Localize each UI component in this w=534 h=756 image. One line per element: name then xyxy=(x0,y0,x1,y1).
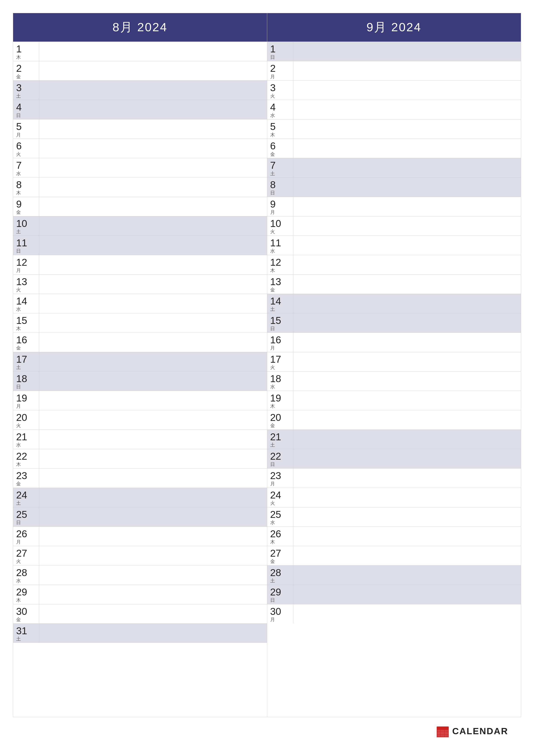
day-number-col: 30金 xyxy=(13,604,39,623)
day-content xyxy=(293,430,521,449)
day-row: 15木 xyxy=(13,313,267,333)
day-number-col: 25日 xyxy=(13,507,39,526)
day-number: 25 xyxy=(270,509,281,520)
day-number-col: 4水 xyxy=(267,100,293,119)
day-number-col: 1日 xyxy=(267,42,293,61)
day-row: 3土 xyxy=(13,81,267,100)
day-content xyxy=(39,236,267,255)
month-name-1: 9月 xyxy=(367,20,387,34)
day-number-col: 3土 xyxy=(13,81,39,100)
day-number: 14 xyxy=(270,296,281,307)
day-label: 金 xyxy=(16,74,21,80)
day-number: 7 xyxy=(16,160,22,171)
day-number: 13 xyxy=(16,276,27,287)
day-number: 6 xyxy=(270,141,276,151)
day-content xyxy=(293,120,521,139)
day-content xyxy=(293,158,521,177)
day-label: 木 xyxy=(16,55,21,60)
day-number-col: 2月 xyxy=(267,61,293,80)
day-content xyxy=(39,449,267,468)
day-content xyxy=(293,565,521,585)
day-row: 16金 xyxy=(13,333,267,352)
day-number: 4 xyxy=(16,102,22,113)
day-label: 日 xyxy=(270,597,275,603)
day-number-col: 5月 xyxy=(13,120,39,139)
day-row: 9金 xyxy=(13,197,267,216)
day-number-col: 16金 xyxy=(13,333,39,352)
day-row: 8木 xyxy=(13,177,267,197)
day-number-col: 24火 xyxy=(267,488,293,507)
day-row: 19月 xyxy=(13,391,267,410)
day-number: 12 xyxy=(16,257,27,268)
day-number-col: 10土 xyxy=(13,216,39,235)
day-number-col: 20火 xyxy=(13,410,39,429)
day-number-col: 14土 xyxy=(267,294,293,313)
day-label: 土 xyxy=(16,364,21,370)
day-row: 27金 xyxy=(267,546,521,565)
day-number: 19 xyxy=(16,393,27,404)
day-number: 17 xyxy=(16,354,27,365)
day-label: 金 xyxy=(270,558,275,564)
day-content xyxy=(293,139,521,158)
day-label: 木 xyxy=(270,268,275,273)
day-label: 日 xyxy=(16,248,21,254)
day-number: 2 xyxy=(16,63,22,74)
day-number-col: 19月 xyxy=(13,391,39,410)
day-number: 1 xyxy=(270,43,276,55)
day-row: 27火 xyxy=(13,546,267,565)
day-label: 月 xyxy=(270,74,275,80)
day-number: 4 xyxy=(270,102,276,113)
day-number: 24 xyxy=(270,490,281,500)
day-number: 21 xyxy=(16,431,27,443)
day-label: 金 xyxy=(270,423,275,428)
day-row: 18水 xyxy=(267,371,521,391)
day-row: 23月 xyxy=(267,469,521,488)
day-number-col: 9月 xyxy=(267,197,293,216)
day-label: 金 xyxy=(16,617,21,622)
day-number: 9 xyxy=(270,199,276,210)
day-content xyxy=(293,216,521,235)
day-label: 火 xyxy=(270,229,275,234)
day-number-col: 7土 xyxy=(267,158,293,177)
day-row: 8日 xyxy=(267,177,521,197)
day-row: 5木 xyxy=(267,120,521,139)
day-content xyxy=(293,546,521,565)
day-number: 29 xyxy=(270,587,281,598)
day-number-col: 1木 xyxy=(13,42,39,61)
calendar-logo-icon xyxy=(436,725,449,738)
day-row: 6火 xyxy=(13,139,267,158)
day-row: 4日 xyxy=(13,100,267,120)
day-content xyxy=(293,236,521,255)
day-number-col: 23月 xyxy=(267,469,293,488)
day-label: 土 xyxy=(16,636,21,642)
day-label: 土 xyxy=(270,171,275,176)
day-content xyxy=(39,313,267,333)
day-label: 水 xyxy=(270,520,275,526)
day-number: 15 xyxy=(270,315,281,326)
day-number-col: 29木 xyxy=(13,585,39,604)
day-label: 木 xyxy=(270,132,275,138)
day-content xyxy=(39,120,267,139)
day-content xyxy=(39,391,267,410)
day-label: 水 xyxy=(16,442,21,448)
day-label: 月 xyxy=(270,481,275,487)
day-row: 28水 xyxy=(13,565,267,585)
day-row: 24火 xyxy=(267,488,521,507)
day-number-col: 4日 xyxy=(13,100,39,119)
day-number-col: 20金 xyxy=(267,410,293,429)
year-1: 2024 xyxy=(391,20,421,34)
day-content xyxy=(293,313,521,333)
day-content xyxy=(293,585,521,604)
day-row: 4水 xyxy=(267,100,521,120)
day-row: 30金 xyxy=(13,604,267,624)
day-row: 29日 xyxy=(267,585,521,604)
day-number: 6 xyxy=(16,141,22,151)
day-row: 12月 xyxy=(13,255,267,275)
day-number: 5 xyxy=(270,121,276,132)
day-number: 10 xyxy=(16,218,27,229)
day-row: 25水 xyxy=(267,507,521,527)
day-number: 18 xyxy=(16,373,27,384)
day-row: 22日 xyxy=(267,449,521,469)
day-label: 土 xyxy=(16,500,21,506)
day-label: 水 xyxy=(16,307,21,312)
